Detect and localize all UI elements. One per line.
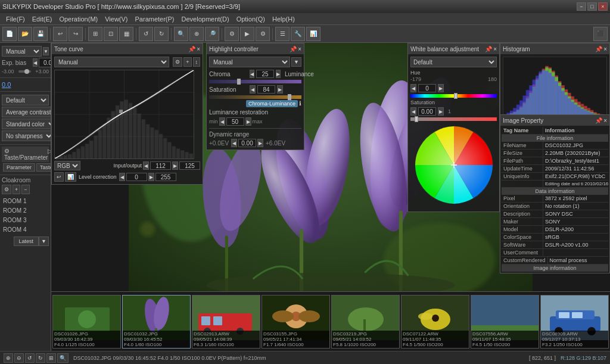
wb-close[interactable]: ×: [493, 46, 497, 52]
output-val[interactable]: [179, 161, 200, 170]
chroma-slider-track[interactable]: [209, 80, 301, 83]
chroma-badge[interactable]: Chroma-Luminance: [246, 100, 298, 107]
maximize-button[interactable]: □: [587, 2, 597, 11]
exposure-arrow[interactable]: ▼: [43, 47, 49, 55]
tb-develop[interactable]: ⚙: [225, 27, 239, 41]
color-wheel[interactable]: [412, 123, 496, 207]
status-btn1[interactable]: ⊕: [4, 353, 13, 363]
sat-left2[interactable]: ◀: [410, 107, 416, 116]
status-btn2[interactable]: ⊖: [14, 353, 24, 363]
cloak-room4[interactable]: ROOM 4: [2, 225, 49, 234]
hl-close[interactable]: ×: [298, 46, 301, 52]
menu-operation[interactable]: Operation(M): [55, 14, 101, 24]
lr-left[interactable]: ◀: [219, 117, 225, 126]
film-thumb-4[interactable]: DSC03155.JPG 09/05/21 17:41:34 F1.7 1/64…: [262, 295, 330, 349]
contrast-select[interactable]: Average contrast: [2, 107, 51, 117]
wb-preset-select[interactable]: Default: [2, 95, 49, 105]
tb-batch[interactable]: ▶: [240, 27, 254, 41]
level-reset[interactable]: ↩: [54, 172, 64, 182]
sat-right[interactable]: ▶: [277, 85, 283, 94]
menu-edit[interactable]: Edit(E): [29, 14, 56, 24]
hl-mode-select[interactable]: Manual: [209, 57, 290, 67]
tb-zoom-out[interactable]: 🔎: [205, 27, 219, 41]
cloak-settings[interactable]: ⚙: [2, 185, 11, 194]
tone-channel-select[interactable]: RGB: [54, 161, 80, 170]
hl-pin[interactable]: 📌: [290, 46, 297, 52]
image-area[interactable]: Tone curve 📌 × Manual ⚙ + ↕: [51, 43, 610, 291]
hl-btn[interactable]: ▼: [291, 57, 301, 67]
hue-right[interactable]: ▶: [438, 84, 444, 92]
level-graph[interactable]: 📊: [65, 172, 76, 182]
latest-arrow[interactable]: ▼: [39, 237, 49, 246]
film-thumb-2[interactable]: DSC01032.JPG 09/03/30 16:45:52 F4.0 1/60…: [122, 295, 191, 349]
cloak-room1[interactable]: ROOM 1: [2, 196, 49, 206]
tb-extra3[interactable]: 📊: [306, 27, 320, 41]
sat-val2[interactable]: [418, 107, 436, 116]
menu-development[interactable]: Development(D): [178, 14, 233, 24]
chroma-val[interactable]: [256, 70, 274, 78]
menu-option[interactable]: Option(Q): [233, 14, 269, 24]
tone-btn3[interactable]: ↕: [193, 57, 201, 67]
prop-close[interactable]: ×: [603, 117, 607, 124]
tb-rotate-left[interactable]: ↺: [139, 27, 153, 41]
tb-zoom-fit[interactable]: ⊕: [189, 27, 204, 41]
hist-close[interactable]: ×: [603, 46, 607, 52]
hue-slider[interactable]: [410, 94, 497, 98]
sat-left[interactable]: ◀: [250, 85, 256, 94]
badge-info[interactable]: ℹ: [299, 100, 301, 107]
tb-rotate-right[interactable]: ↻: [154, 27, 169, 41]
tb-view2[interactable]: ⊡: [104, 27, 118, 41]
sat-slider2[interactable]: [410, 117, 497, 121]
exposure-slider[interactable]: [18, 70, 32, 73]
status-btn5[interactable]: ⊞: [46, 353, 56, 363]
exp-left[interactable]: ◀: [33, 58, 38, 67]
tb-save[interactable]: 💾: [33, 27, 48, 41]
film-thumb-7[interactable]: DSC07556.ARW 09/11/07 15:48:35 F4.5 1/50…: [471, 295, 539, 349]
wb-pin[interactable]: 📌: [485, 46, 492, 52]
input-right[interactable]: ▶: [172, 161, 178, 170]
sharpness-select[interactable]: No sharpness: [2, 130, 51, 141]
tb-extra1[interactable]: ☰: [275, 27, 290, 41]
tone-pin[interactable]: 📌: [188, 46, 195, 52]
exposure-mode-select[interactable]: Manual: [2, 46, 42, 57]
parameter-tab[interactable]: Parameter: [3, 163, 35, 172]
dr-left[interactable]: ◀: [231, 139, 237, 147]
tb-open[interactable]: 📂: [18, 27, 32, 41]
minimize-button[interactable]: −: [577, 2, 586, 11]
chroma-right[interactable]: ▶: [276, 70, 281, 78]
menu-help[interactable]: Help(H): [269, 14, 298, 24]
input-left[interactable]: ◀: [143, 161, 149, 170]
lr-val[interactable]: [226, 117, 244, 126]
tb-extra2[interactable]: 🔧: [291, 27, 305, 41]
lr-right[interactable]: ▶: [245, 117, 251, 126]
tb-preview[interactable]: ⬛: [593, 27, 608, 41]
wb-preset-dropdown[interactable]: Default: [410, 57, 497, 67]
cloak-room2[interactable]: ROOM 2: [2, 206, 49, 215]
tb-new[interactable]: 📄: [2, 27, 17, 41]
dr-val[interactable]: [238, 139, 256, 147]
tb-zoom-in[interactable]: 🔍: [174, 27, 188, 41]
level-right[interactable]: ▶: [148, 173, 154, 181]
tone-btn1[interactable]: ⚙: [173, 57, 182, 67]
hist-pin[interactable]: 📌: [595, 46, 602, 52]
sat-slider-track[interactable]: [209, 95, 301, 99]
status-btn3[interactable]: ↺: [25, 353, 35, 363]
input-val[interactable]: [150, 161, 171, 170]
level-val1[interactable]: [126, 173, 147, 181]
menu-file[interactable]: File(F): [2, 14, 29, 24]
menu-parameter[interactable]: Parameter(P): [132, 14, 178, 24]
sat-val[interactable]: [257, 85, 275, 94]
tb-settings[interactable]: ⚙: [256, 27, 270, 41]
menu-view[interactable]: View(V): [101, 14, 131, 24]
film-thumb-1[interactable]: DSC01026.JPG 09/03/30 16:42:39 F4.0 1/12…: [52, 295, 121, 349]
cloak-del[interactable]: −: [21, 185, 29, 194]
level-left[interactable]: ◀: [119, 173, 125, 181]
tb-view3[interactable]: ▦: [119, 27, 133, 41]
cloak-add[interactable]: +: [13, 185, 20, 194]
tone-btn2[interactable]: +: [183, 57, 191, 67]
hue-left[interactable]: ◀: [410, 84, 416, 92]
film-thumb-8[interactable]: DSC08909.ARW 09/12/27 10:37:13 F3.2 1/25…: [540, 295, 609, 349]
close-button[interactable]: ×: [598, 2, 608, 11]
dr-right[interactable]: ▶: [257, 139, 263, 147]
sat-right2[interactable]: ▶: [438, 107, 444, 116]
